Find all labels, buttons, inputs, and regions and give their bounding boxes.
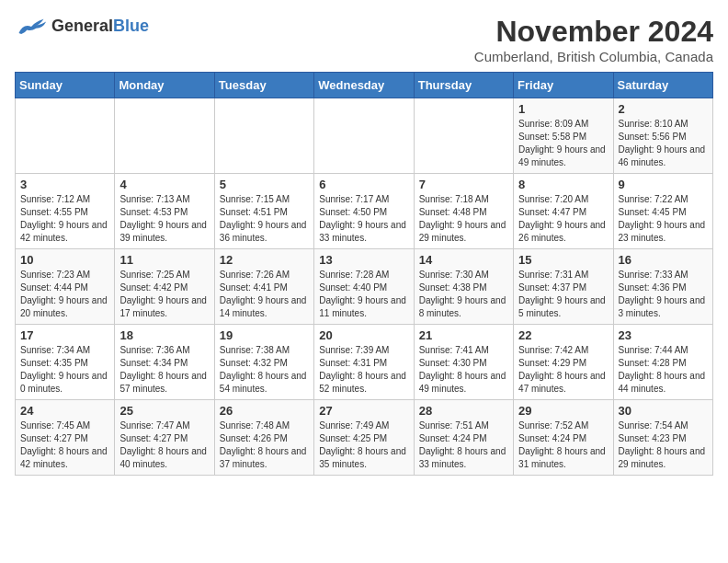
day-number: 23 (619, 328, 708, 342)
day-info: Sunrise: 7:31 AM Sunset: 4:37 PM Dayligh… (518, 269, 608, 320)
day-info: Sunrise: 7:47 AM Sunset: 4:27 PM Dayligh… (119, 419, 209, 471)
day-info: Sunrise: 7:42 AM Sunset: 4:29 PM Dayligh… (518, 344, 608, 396)
day-info: Sunrise: 7:44 AM Sunset: 4:28 PM Dayligh… (619, 344, 708, 396)
calendar-cell: 14Sunrise: 7:30 AM Sunset: 4:38 PM Dayli… (414, 249, 513, 325)
day-number: 11 (119, 253, 209, 267)
calendar-cell (314, 98, 414, 174)
calendar-cell: 20Sunrise: 7:39 AM Sunset: 4:31 PM Dayli… (314, 325, 414, 400)
calendar-cell: 24Sunrise: 7:45 AM Sunset: 4:27 PM Dayli… (16, 400, 115, 476)
day-info: Sunrise: 7:54 AM Sunset: 4:23 PM Dayligh… (619, 419, 708, 471)
calendar-cell: 26Sunrise: 7:48 AM Sunset: 4:26 PM Dayli… (214, 400, 313, 476)
weekday-header-row: SundayMondayTuesdayWednesdayThursdayFrid… (16, 73, 713, 98)
day-number: 19 (220, 328, 309, 342)
day-info: Sunrise: 7:20 AM Sunset: 4:47 PM Dayligh… (518, 193, 608, 245)
day-number: 20 (319, 328, 408, 342)
day-info: Sunrise: 7:28 AM Sunset: 4:40 PM Dayligh… (319, 269, 408, 320)
day-info: Sunrise: 7:51 AM Sunset: 4:24 PM Dayligh… (419, 419, 508, 471)
day-number: 22 (518, 328, 608, 342)
day-number: 28 (419, 404, 508, 418)
day-number: 9 (619, 178, 708, 191)
calendar-cell: 4Sunrise: 7:13 AM Sunset: 4:53 PM Daylig… (115, 174, 214, 249)
day-info: Sunrise: 7:38 AM Sunset: 4:32 PM Dayligh… (220, 344, 309, 396)
day-number: 2 (619, 102, 708, 116)
calendar-cell: 2Sunrise: 8:10 AM Sunset: 5:56 PM Daylig… (613, 98, 712, 174)
day-info: Sunrise: 7:12 AM Sunset: 4:55 PM Dayligh… (20, 193, 109, 245)
day-number: 1 (518, 102, 608, 116)
calendar-cell: 9Sunrise: 7:22 AM Sunset: 4:45 PM Daylig… (613, 174, 712, 249)
day-number: 4 (119, 178, 209, 191)
day-info: Sunrise: 7:48 AM Sunset: 4:26 PM Dayligh… (220, 419, 309, 471)
calendar-table: SundayMondayTuesdayWednesdayThursdayFrid… (15, 72, 713, 476)
calendar-cell: 27Sunrise: 7:49 AM Sunset: 4:25 PM Dayli… (314, 400, 414, 476)
calendar-cell: 18Sunrise: 7:36 AM Sunset: 4:34 PM Dayli… (115, 325, 214, 400)
calendar-cell: 8Sunrise: 7:20 AM Sunset: 4:47 PM Daylig… (514, 174, 613, 249)
calendar-cell (16, 98, 115, 174)
day-number: 7 (419, 178, 508, 191)
calendar-cell: 29Sunrise: 7:52 AM Sunset: 4:24 PM Dayli… (514, 400, 613, 476)
day-number: 12 (220, 253, 309, 267)
calendar-cell: 3Sunrise: 7:12 AM Sunset: 4:55 PM Daylig… (16, 174, 115, 249)
month-title: November 2024 (474, 15, 713, 49)
day-info: Sunrise: 7:30 AM Sunset: 4:38 PM Dayligh… (419, 269, 508, 320)
calendar-cell: 22Sunrise: 7:42 AM Sunset: 4:29 PM Dayli… (514, 325, 613, 400)
calendar-cell: 1Sunrise: 8:09 AM Sunset: 5:58 PM Daylig… (514, 98, 613, 174)
day-info: Sunrise: 8:09 AM Sunset: 5:58 PM Dayligh… (518, 118, 608, 169)
day-info: Sunrise: 7:39 AM Sunset: 4:31 PM Dayligh… (319, 344, 408, 396)
day-number: 21 (419, 328, 508, 342)
weekday-header-friday: Friday (514, 73, 613, 98)
day-info: Sunrise: 7:33 AM Sunset: 4:36 PM Dayligh… (619, 269, 708, 320)
calendar-cell: 17Sunrise: 7:34 AM Sunset: 4:35 PM Dayli… (16, 325, 115, 400)
calendar-cell: 12Sunrise: 7:26 AM Sunset: 4:41 PM Dayli… (214, 249, 313, 325)
weekday-header-tuesday: Tuesday (214, 73, 313, 98)
day-info: Sunrise: 7:25 AM Sunset: 4:42 PM Dayligh… (119, 269, 209, 320)
calendar-cell: 6Sunrise: 7:17 AM Sunset: 4:50 PM Daylig… (314, 174, 414, 249)
day-info: Sunrise: 7:23 AM Sunset: 4:44 PM Dayligh… (20, 269, 109, 320)
day-number: 27 (319, 404, 408, 418)
day-info: Sunrise: 8:10 AM Sunset: 5:56 PM Dayligh… (619, 118, 708, 169)
day-number: 18 (119, 328, 209, 342)
weekday-header-monday: Monday (115, 73, 214, 98)
day-number: 10 (20, 253, 109, 267)
weekday-header-sunday: Sunday (16, 73, 115, 98)
day-info: Sunrise: 7:17 AM Sunset: 4:50 PM Dayligh… (319, 193, 408, 245)
day-number: 8 (518, 178, 608, 191)
day-number: 30 (619, 404, 708, 418)
title-section: November 2024 Cumberland, British Columb… (474, 15, 713, 64)
header: GeneralBlue November 2024 Cumberland, Br… (15, 15, 713, 64)
calendar-cell (115, 98, 214, 174)
calendar-week-row: 1Sunrise: 8:09 AM Sunset: 5:58 PM Daylig… (16, 98, 713, 174)
day-info: Sunrise: 7:18 AM Sunset: 4:48 PM Dayligh… (419, 193, 508, 245)
day-number: 14 (419, 253, 508, 267)
day-number: 17 (20, 328, 109, 342)
calendar-cell: 11Sunrise: 7:25 AM Sunset: 4:42 PM Dayli… (115, 249, 214, 325)
calendar-cell: 13Sunrise: 7:28 AM Sunset: 4:40 PM Dayli… (314, 249, 414, 325)
calendar-cell: 19Sunrise: 7:38 AM Sunset: 4:32 PM Dayli… (214, 325, 313, 400)
day-number: 5 (220, 178, 309, 191)
weekday-header-saturday: Saturday (613, 73, 712, 98)
day-number: 26 (220, 404, 309, 418)
calendar-cell: 7Sunrise: 7:18 AM Sunset: 4:48 PM Daylig… (414, 174, 513, 249)
day-number: 16 (619, 253, 708, 267)
calendar-cell: 25Sunrise: 7:47 AM Sunset: 4:27 PM Dayli… (115, 400, 214, 476)
day-number: 6 (319, 178, 408, 191)
calendar-cell: 30Sunrise: 7:54 AM Sunset: 4:23 PM Dayli… (613, 400, 712, 476)
day-info: Sunrise: 7:26 AM Sunset: 4:41 PM Dayligh… (220, 269, 309, 320)
day-number: 13 (319, 253, 408, 267)
day-info: Sunrise: 7:49 AM Sunset: 4:25 PM Dayligh… (319, 419, 408, 471)
day-info: Sunrise: 7:13 AM Sunset: 4:53 PM Dayligh… (119, 193, 209, 245)
calendar-week-row: 24Sunrise: 7:45 AM Sunset: 4:27 PM Dayli… (16, 400, 713, 476)
logo: GeneralBlue (15, 15, 149, 37)
day-info: Sunrise: 7:15 AM Sunset: 4:51 PM Dayligh… (220, 193, 309, 245)
logo-bird-icon (15, 15, 48, 37)
calendar-cell (414, 98, 513, 174)
logo-general-text: General (51, 17, 113, 35)
calendar-cell: 28Sunrise: 7:51 AM Sunset: 4:24 PM Dayli… (414, 400, 513, 476)
calendar-week-row: 3Sunrise: 7:12 AM Sunset: 4:55 PM Daylig… (16, 174, 713, 249)
day-info: Sunrise: 7:36 AM Sunset: 4:34 PM Dayligh… (119, 344, 209, 396)
day-info: Sunrise: 7:41 AM Sunset: 4:30 PM Dayligh… (419, 344, 508, 396)
calendar-week-row: 17Sunrise: 7:34 AM Sunset: 4:35 PM Dayli… (16, 325, 713, 400)
logo-blue-text: Blue (113, 17, 149, 35)
day-number: 15 (518, 253, 608, 267)
day-info: Sunrise: 7:34 AM Sunset: 4:35 PM Dayligh… (20, 344, 109, 396)
calendar-cell: 5Sunrise: 7:15 AM Sunset: 4:51 PM Daylig… (214, 174, 313, 249)
